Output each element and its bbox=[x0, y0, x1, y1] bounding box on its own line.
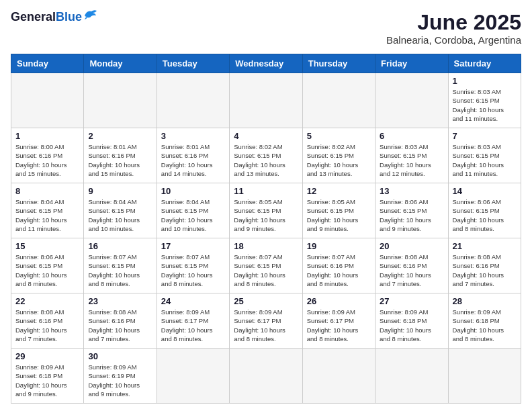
calendar-cell-w4-d2: 16Sunrise: 8:07 AMSunset: 6:15 PMDayligh… bbox=[84, 238, 157, 293]
calendar-cell-w5-d4: 25Sunrise: 8:09 AMSunset: 6:17 PMDayligh… bbox=[230, 293, 302, 349]
col-wednesday: Wednesday bbox=[230, 54, 302, 73]
calendar-cell-w2-d3: 3Sunrise: 8:01 AMSunset: 6:16 PMDaylight… bbox=[157, 128, 229, 183]
week-row-5: 22Sunrise: 8:08 AMSunset: 6:16 PMDayligh… bbox=[11, 293, 521, 349]
day-number: 17 bbox=[161, 241, 225, 251]
calendar-cell-w1-d6 bbox=[375, 73, 448, 128]
calendar-subtitle: Balnearia, Cordoba, Argentina bbox=[386, 34, 521, 46]
day-number: 1 bbox=[15, 131, 79, 141]
day-number: 12 bbox=[307, 186, 371, 196]
calendar-cell-w4-d7: 21Sunrise: 8:08 AMSunset: 6:16 PMDayligh… bbox=[448, 238, 521, 293]
day-number: 22 bbox=[15, 296, 79, 306]
calendar-cell-w3-d4: 11Sunrise: 8:05 AMSunset: 6:15 PMDayligh… bbox=[230, 183, 302, 238]
logo-blue-text: Blue bbox=[56, 10, 82, 24]
week-row-3: 8Sunrise: 8:04 AMSunset: 6:15 PMDaylight… bbox=[11, 183, 521, 238]
day-number: 9 bbox=[88, 186, 152, 196]
day-info: Sunrise: 8:03 AMSunset: 6:15 PMDaylight:… bbox=[380, 142, 443, 178]
day-info: Sunrise: 8:03 AMSunset: 6:15 PMDaylight:… bbox=[453, 87, 517, 123]
calendar-cell-w2-d1: 1Sunrise: 8:00 AMSunset: 6:16 PMDaylight… bbox=[11, 128, 84, 183]
calendar-cell-w6-d5 bbox=[302, 349, 375, 404]
calendar-header-row: Sunday Monday Tuesday Wednesday Thursday… bbox=[11, 54, 521, 73]
calendar-cell-w2-d6: 6Sunrise: 8:03 AMSunset: 6:15 PMDaylight… bbox=[375, 128, 448, 183]
day-info: Sunrise: 8:09 AMSunset: 6:17 PMDaylight:… bbox=[234, 308, 298, 343]
day-info: Sunrise: 8:06 AMSunset: 6:15 PMDaylight:… bbox=[453, 197, 517, 233]
calendar-cell-w3-d7: 14Sunrise: 8:06 AMSunset: 6:15 PMDayligh… bbox=[448, 183, 521, 238]
day-number: 29 bbox=[15, 351, 79, 361]
day-info: Sunrise: 8:09 AMSunset: 6:19 PMDaylight:… bbox=[88, 363, 152, 398]
day-info: Sunrise: 8:09 AMSunset: 6:18 PMDaylight:… bbox=[380, 308, 443, 343]
day-number: 15 bbox=[15, 241, 79, 251]
day-number: 26 bbox=[307, 296, 371, 306]
day-info: Sunrise: 8:08 AMSunset: 6:16 PMDaylight:… bbox=[15, 308, 79, 343]
day-info: Sunrise: 8:06 AMSunset: 6:15 PMDaylight:… bbox=[380, 197, 443, 233]
day-info: Sunrise: 8:07 AMSunset: 6:15 PMDaylight:… bbox=[161, 253, 225, 288]
day-info: Sunrise: 8:03 AMSunset: 6:15 PMDaylight:… bbox=[453, 142, 517, 178]
day-number: 1 bbox=[453, 76, 517, 86]
calendar-cell-w4-d3: 17Sunrise: 8:07 AMSunset: 6:15 PMDayligh… bbox=[157, 238, 229, 293]
day-info: Sunrise: 8:09 AMSunset: 6:18 PMDaylight:… bbox=[453, 308, 517, 343]
calendar-cell-w3-d5: 12Sunrise: 8:05 AMSunset: 6:15 PMDayligh… bbox=[302, 183, 375, 238]
day-number: 21 bbox=[453, 241, 517, 251]
calendar-cell-w3-d2: 9Sunrise: 8:04 AMSunset: 6:15 PMDaylight… bbox=[84, 183, 157, 238]
day-info: Sunrise: 8:04 AMSunset: 6:15 PMDaylight:… bbox=[88, 197, 152, 233]
calendar-cell-w3-d1: 8Sunrise: 8:04 AMSunset: 6:15 PMDaylight… bbox=[11, 183, 84, 238]
col-friday: Friday bbox=[375, 54, 448, 73]
day-number: 8 bbox=[15, 186, 79, 196]
week-row-2: 1Sunrise: 8:00 AMSunset: 6:16 PMDaylight… bbox=[11, 128, 521, 183]
day-number: 25 bbox=[234, 296, 298, 306]
week-row-6: 29Sunrise: 8:09 AMSunset: 6:18 PMDayligh… bbox=[11, 349, 521, 404]
calendar-cell-w1-d4 bbox=[230, 73, 302, 128]
calendar-cell-w1-d2 bbox=[84, 73, 157, 128]
day-info: Sunrise: 8:06 AMSunset: 6:15 PMDaylight:… bbox=[15, 253, 79, 288]
calendar-cell-w2-d7: 7Sunrise: 8:03 AMSunset: 6:15 PMDaylight… bbox=[448, 128, 521, 183]
calendar-cell-w2-d4: 4Sunrise: 8:02 AMSunset: 6:15 PMDaylight… bbox=[230, 128, 302, 183]
day-number: 19 bbox=[307, 241, 371, 251]
calendar-cell-w2-d5: 5Sunrise: 8:02 AMSunset: 6:15 PMDaylight… bbox=[302, 128, 375, 183]
logo-bird-icon bbox=[83, 9, 98, 21]
day-number: 30 bbox=[88, 351, 152, 361]
calendar-title: June 2025 bbox=[386, 11, 521, 34]
logo: GeneralBlue bbox=[11, 11, 98, 24]
calendar-cell-w4-d6: 20Sunrise: 8:08 AMSunset: 6:16 PMDayligh… bbox=[375, 238, 448, 293]
calendar-cell-w6-d3 bbox=[157, 349, 229, 404]
day-number: 14 bbox=[453, 186, 517, 196]
day-number: 16 bbox=[88, 241, 152, 251]
calendar-cell-w6-d1: 29Sunrise: 8:09 AMSunset: 6:18 PMDayligh… bbox=[11, 349, 84, 404]
title-area: June 2025 Balnearia, Cordoba, Argentina bbox=[386, 11, 521, 46]
calendar-cell-w5-d1: 22Sunrise: 8:08 AMSunset: 6:16 PMDayligh… bbox=[11, 293, 84, 349]
calendar-cell-w1-d3 bbox=[157, 73, 229, 128]
calendar-cell-w3-d6: 13Sunrise: 8:06 AMSunset: 6:15 PMDayligh… bbox=[375, 183, 448, 238]
day-info: Sunrise: 8:08 AMSunset: 6:16 PMDaylight:… bbox=[88, 308, 152, 343]
col-saturday: Saturday bbox=[448, 54, 521, 73]
calendar-cell-w1-d7: 1Sunrise: 8:03 AMSunset: 6:15 PMDaylight… bbox=[448, 73, 521, 128]
col-monday: Monday bbox=[84, 54, 157, 73]
day-number: 3 bbox=[161, 131, 225, 141]
col-thursday: Thursday bbox=[302, 54, 375, 73]
day-number: 2 bbox=[88, 131, 152, 141]
page-header: GeneralBlue June 2025 Balnearia, Cordoba… bbox=[11, 11, 521, 46]
day-info: Sunrise: 8:07 AMSunset: 6:16 PMDaylight:… bbox=[307, 253, 371, 288]
calendar-cell-w6-d7 bbox=[448, 349, 521, 404]
day-number: 27 bbox=[380, 296, 443, 306]
day-info: Sunrise: 8:09 AMSunset: 6:18 PMDaylight:… bbox=[15, 363, 79, 398]
week-row-1: 1Sunrise: 8:03 AMSunset: 6:15 PMDaylight… bbox=[11, 73, 521, 128]
day-number: 23 bbox=[88, 296, 152, 306]
day-info: Sunrise: 8:09 AMSunset: 6:17 PMDaylight:… bbox=[307, 308, 371, 343]
day-info: Sunrise: 8:02 AMSunset: 6:15 PMDaylight:… bbox=[234, 142, 298, 178]
calendar-cell-w5-d6: 27Sunrise: 8:09 AMSunset: 6:18 PMDayligh… bbox=[375, 293, 448, 349]
calendar-cell-w4-d4: 18Sunrise: 8:07 AMSunset: 6:15 PMDayligh… bbox=[230, 238, 302, 293]
day-info: Sunrise: 8:01 AMSunset: 6:16 PMDaylight:… bbox=[88, 142, 152, 178]
day-number: 10 bbox=[161, 186, 225, 196]
day-number: 11 bbox=[234, 186, 298, 196]
day-number: 28 bbox=[453, 296, 517, 306]
calendar-cell-w1-d1 bbox=[11, 73, 84, 128]
day-number: 20 bbox=[380, 241, 443, 251]
calendar-cell-w4-d5: 19Sunrise: 8:07 AMSunset: 6:16 PMDayligh… bbox=[302, 238, 375, 293]
day-number: 6 bbox=[380, 131, 443, 141]
calendar-cell-w1-d5 bbox=[302, 73, 375, 128]
day-info: Sunrise: 8:00 AMSunset: 6:16 PMDaylight:… bbox=[15, 142, 79, 178]
day-number: 7 bbox=[453, 131, 517, 141]
day-info: Sunrise: 8:07 AMSunset: 6:15 PMDaylight:… bbox=[88, 253, 152, 288]
day-number: 24 bbox=[161, 296, 225, 306]
day-info: Sunrise: 8:08 AMSunset: 6:16 PMDaylight:… bbox=[380, 253, 443, 288]
day-number: 18 bbox=[234, 241, 298, 251]
